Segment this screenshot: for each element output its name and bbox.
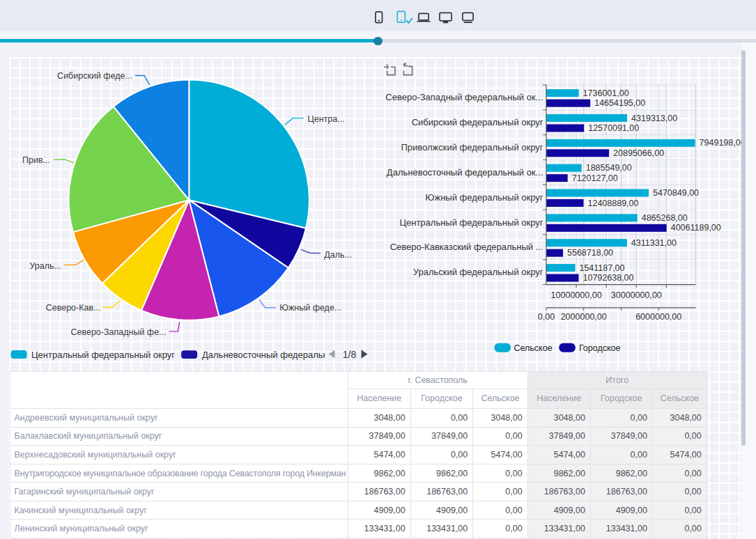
- svg-text:2000000,00: 2000000,00: [561, 312, 607, 322]
- svg-text:Прив...: Прив...: [22, 155, 50, 165]
- svg-text:5470849,00: 5470849,00: [653, 188, 699, 198]
- svg-text:20895066,00: 20895066,00: [613, 148, 664, 158]
- svg-text:12570091,00: 12570091,00: [588, 123, 639, 133]
- svg-text:1885549,00: 1885549,00: [586, 163, 632, 173]
- svg-text:5568718,00: 5568718,00: [567, 248, 613, 258]
- svg-text:Уральский федеральный округ: Уральский федеральный округ: [413, 267, 543, 277]
- svg-text:Южный федеральный округ: Южный федеральный округ: [425, 192, 543, 203]
- svg-text:1736001,00: 1736001,00: [583, 88, 629, 98]
- svg-text:4865268,00: 4865268,00: [642, 213, 688, 223]
- svg-text:40061189,00: 40061189,00: [671, 223, 721, 233]
- svg-text:14654195,00: 14654195,00: [594, 98, 645, 108]
- svg-text:4311331,00: 4311331,00: [631, 238, 677, 248]
- svg-text:Дальневосточный федеральный ок: Дальневосточный федеральный округ: [202, 350, 364, 360]
- svg-text:Сибирский федеральный округ: Сибирский федеральный округ: [412, 117, 543, 127]
- svg-text:Северо-Кав...: Северо-Кав...: [46, 303, 101, 313]
- svg-text:1/8: 1/8: [343, 349, 357, 360]
- svg-text:Северо-Кавказский федеральный: Северо-Кавказский федеральный ...: [390, 242, 543, 252]
- svg-text:Сибирский феде...: Сибирский феде...: [57, 71, 132, 81]
- svg-text:Ураль...: Ураль...: [29, 261, 61, 271]
- svg-text:Приволжский федеральный округ: Приволжский федеральный округ: [401, 142, 543, 153]
- svg-text:Сельское: Сельское: [514, 343, 553, 353]
- svg-text:Северо-Западный федеральный ок: Северо-Западный федеральный ок...: [385, 92, 543, 102]
- svg-text:Северо-Западный фе...: Северо-Западный фе...: [70, 327, 166, 337]
- svg-text:7120127,00: 7120127,00: [572, 173, 618, 183]
- svg-text:6000000,00: 6000000,00: [635, 312, 681, 322]
- svg-text:10792638,00: 10792638,00: [583, 273, 634, 283]
- svg-text:7949198,00: 7949198,00: [700, 138, 746, 148]
- svg-text:Дальневосточный федеральный ок: Дальневосточный федеральный ок...: [387, 167, 543, 178]
- svg-text:0,00: 0,00: [538, 312, 555, 322]
- svg-text:10000000,00: 10000000,00: [551, 290, 602, 300]
- svg-text:Городское: Городское: [579, 343, 621, 353]
- svg-text:Даль...: Даль...: [324, 250, 352, 260]
- svg-text:Центральный федеральный округ: Центральный федеральный округ: [31, 350, 175, 360]
- svg-text:Центра...: Центра...: [308, 114, 345, 124]
- svg-text:Центральный федеральный округ: Центральный федеральный округ: [399, 217, 543, 228]
- svg-text:30000000,00: 30000000,00: [611, 290, 662, 300]
- svg-text:4319313,00: 4319313,00: [631, 114, 677, 123]
- svg-text:Южный феде...: Южный феде...: [279, 303, 341, 313]
- svg-text:12408889,00: 12408889,00: [588, 198, 639, 208]
- svg-text:1541187,00: 1541187,00: [579, 263, 624, 273]
